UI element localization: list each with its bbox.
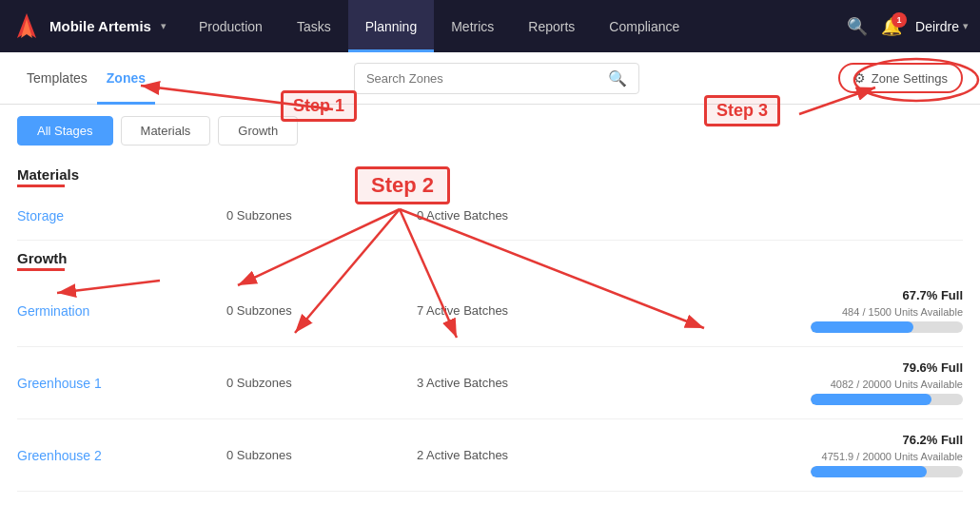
capacity-label-greenhouse2: 76.2% Full <box>902 433 963 447</box>
materials-underline <box>17 185 65 187</box>
capacity-label-greenhouse1: 79.6% Full <box>902 360 963 375</box>
capacity-sub-greenhouse2: 4751.9 / 20000 Units Available <box>822 451 963 462</box>
tab-materials[interactable]: Materials <box>121 116 211 146</box>
progress-bar-fill-germination <box>811 321 913 333</box>
nav-right: 🔍 🔔 1 Deirdre ▾ <box>847 16 969 37</box>
zone-name-germination[interactable]: Germination <box>17 303 226 319</box>
app-name: Mobile Artemis <box>49 18 151 34</box>
zone-subzones-storage: 0 Subzones <box>226 208 417 223</box>
search-area: 🔍 <box>155 63 838 94</box>
sub-nav-tabs: Templates Zones <box>17 52 155 105</box>
notifications-bell[interactable]: 🔔 1 <box>881 16 902 37</box>
progress-bar-wrap-greenhouse2 <box>811 466 963 477</box>
zone-name-storage[interactable]: Storage <box>17 208 226 223</box>
app-logo[interactable]: Mobile Artemis ▾ <box>11 11 167 42</box>
zone-subzones-germination: 0 Subzones <box>226 303 417 318</box>
zone-settings-button[interactable]: ⚙ Zone Settings <box>838 63 963 93</box>
logo-icon <box>11 11 42 42</box>
zone-capacity-greenhouse2: 76.2% Full 4751.9 / 20000 Units Availabl… <box>607 433 963 477</box>
zone-subzones-greenhouse1: 0 Subzones <box>226 376 417 390</box>
zone-batches-greenhouse2: 2 Active Batches <box>417 448 607 462</box>
zone-capacity-germination: 67.7% Full 484 / 1500 Units Available <box>607 288 963 333</box>
zone-capacity-greenhouse1: 79.6% Full 4082 / 20000 Units Available <box>607 360 963 405</box>
zone-batches-greenhouse1: 3 Active Batches <box>417 376 607 390</box>
app-chevron-icon[interactable]: ▾ <box>161 20 167 32</box>
tab-growth[interactable]: Growth <box>218 116 298 146</box>
sub-nav: Templates Zones 🔍 ⚙ Zone Settings <box>0 52 980 105</box>
zone-name-greenhouse2[interactable]: Greenhouse 2 <box>17 448 226 463</box>
growth-title: Growth <box>17 250 68 266</box>
user-menu[interactable]: Deirdre ▾ <box>915 19 969 34</box>
user-chevron-icon: ▾ <box>963 20 969 32</box>
growth-section-header: Growth <box>17 241 963 275</box>
user-name: Deirdre <box>915 19 959 34</box>
zone-row-storage: Storage 0 Subzones 0 Active Batches <box>17 191 963 241</box>
zone-row-greenhouse2: Greenhouse 2 0 Subzones 2 Active Batches… <box>17 419 963 492</box>
bell-badge: 1 <box>892 12 907 28</box>
zone-settings-label: Zone Settings <box>872 71 948 86</box>
zone-row-germination: Germination 0 Subzones 7 Active Batches … <box>17 275 963 347</box>
progress-bar-fill-greenhouse1 <box>811 394 931 405</box>
search-input[interactable] <box>366 71 600 86</box>
sub-nav-zones[interactable]: Zones <box>97 52 155 105</box>
gear-icon: ⚙ <box>853 70 866 86</box>
progress-bar-fill-greenhouse2 <box>811 466 927 477</box>
capacity-sub-germination: 484 / 1500 Units Available <box>842 306 963 318</box>
materials-section-header: Materials <box>17 157 963 191</box>
navbar: Mobile Artemis ▾ Production Tasks Planni… <box>0 0 980 52</box>
nav-item-planning[interactable]: Planning <box>348 0 435 52</box>
progress-bar-wrap-greenhouse1 <box>811 394 963 405</box>
nav-item-tasks[interactable]: Tasks <box>280 0 348 52</box>
zone-batches-storage: 0 Active Batches <box>417 208 607 223</box>
sub-nav-templates[interactable]: Templates <box>17 52 97 105</box>
zone-batches-germination: 7 Active Batches <box>417 303 607 318</box>
capacity-label-germination: 67.7% Full <box>902 288 963 302</box>
nav-item-production[interactable]: Production <box>182 0 280 52</box>
nav-item-reports[interactable]: Reports <box>511 0 592 52</box>
zone-row-greenhouse1: Greenhouse 1 0 Subzones 3 Active Batches… <box>17 347 963 419</box>
nav-item-compliance[interactable]: Compliance <box>592 0 696 52</box>
growth-underline <box>17 268 65 271</box>
zone-subzones-greenhouse2: 0 Subzones <box>226 448 417 462</box>
progress-bar-wrap-germination <box>811 321 963 333</box>
search-box[interactable]: 🔍 <box>354 63 639 94</box>
capacity-sub-greenhouse1: 4082 / 20000 Units Available <box>831 379 963 390</box>
stage-tabs: All Stages Materials Growth <box>0 105 980 157</box>
zone-name-greenhouse1[interactable]: Greenhouse 1 <box>17 376 226 391</box>
search-icon[interactable]: 🔍 <box>847 16 868 37</box>
tab-all-stages[interactable]: All Stages <box>17 116 113 146</box>
materials-title: Materials <box>17 166 79 183</box>
nav-item-metrics[interactable]: Metrics <box>434 0 511 52</box>
nav-items: Production Tasks Planning Metrics Report… <box>182 0 847 52</box>
search-magnifier-icon: 🔍 <box>608 69 627 87</box>
main-content: Materials Storage 0 Subzones 0 Active Ba… <box>0 157 980 492</box>
